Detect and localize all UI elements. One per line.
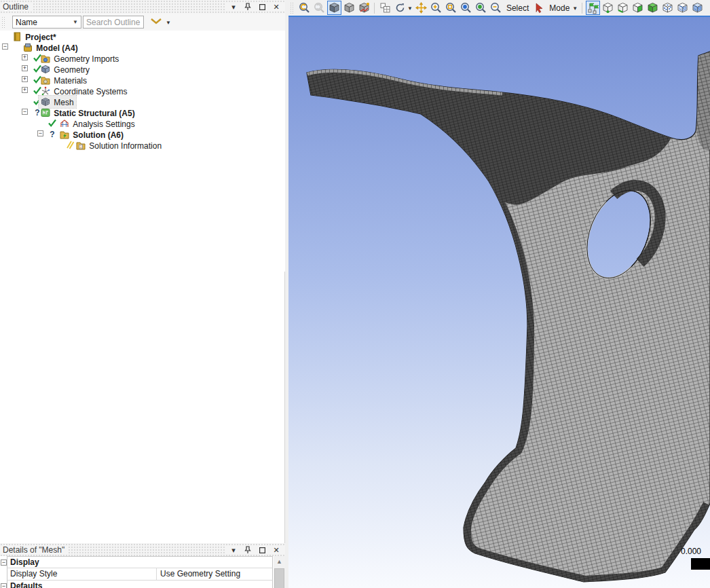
details-scrollbar[interactable]: ▲ (274, 556, 285, 588)
zoom-out-icon[interactable] (489, 1, 503, 15)
solution-information-icon: 1 (76, 141, 86, 150)
name-filter-value: Name (16, 18, 37, 27)
status-pencil-icon (65, 140, 75, 149)
toolbar-grip[interactable] (1, 16, 6, 29)
toolbar-separator (582, 3, 582, 14)
chevron-down-icon[interactable]: ▼ (407, 5, 413, 12)
box-zoom-icon[interactable] (444, 1, 458, 15)
model-icon (23, 43, 33, 52)
tree-item-solution-a6[interactable]: −? Solution (A6) (0, 128, 285, 139)
tree-item-label: Mesh (54, 98, 73, 107)
tree-expander-icon[interactable]: − (37, 130, 43, 136)
scale-ruler-label: 0.000 (681, 547, 701, 556)
scroll-up-icon[interactable]: ▲ (274, 556, 285, 567)
filter-edge-icon[interactable] (616, 1, 630, 15)
tree-item-label: Analysis Settings (73, 120, 134, 129)
filter-element-face-icon[interactable] (675, 1, 690, 15)
maximize-icon[interactable] (257, 545, 267, 555)
tree-expander-icon[interactable]: + (22, 65, 28, 71)
svg-text:1: 1 (79, 145, 81, 149)
tree-item-analysis-settings[interactable]: Analysis Settings (0, 117, 285, 128)
tree-item-label: Materials (54, 76, 87, 86)
details-table: − DisplayDisplay Style Use Geometry Sett… (0, 556, 285, 588)
details-section-defaults[interactable]: − Defaults (7, 581, 273, 588)
pin-icon[interactable] (243, 545, 253, 555)
property-value[interactable]: Use Geometry Setting (157, 568, 273, 580)
maximize-icon[interactable] (257, 2, 267, 12)
status-check-icon (48, 118, 57, 128)
filter-body-icon[interactable] (646, 1, 660, 15)
shaded-exterior-icon[interactable] (342, 1, 356, 15)
details-titlebar[interactable]: Details of "Mesh" ▾ ✕ (0, 543, 285, 557)
tree-expander-icon[interactable]: + (22, 76, 28, 82)
project-icon (12, 32, 22, 41)
zoom-back-icon[interactable] (297, 1, 312, 15)
tree-item-static-structural-a5[interactable]: −? Static Structural (A5) (0, 107, 285, 117)
zoom-in-icon[interactable] (429, 1, 443, 15)
graphics-toolbar: ▼ SelectMode▼ (288, 0, 710, 16)
toolbar-separator (374, 3, 375, 14)
pin-icon[interactable] (243, 2, 253, 12)
tree-expander-icon[interactable]: − (2, 43, 8, 50)
tree-expander-icon[interactable]: − (22, 109, 28, 115)
filter-node-icon[interactable] (660, 1, 675, 15)
tree-item-mesh[interactable]: Mesh (0, 96, 285, 107)
toolbar-grip[interactable] (290, 2, 295, 14)
tree-expander-icon[interactable]: + (22, 54, 28, 60)
solution-icon (60, 130, 69, 139)
tree-expander-icon[interactable]: + (22, 87, 28, 93)
mode-label[interactable]: Mode (546, 3, 572, 13)
tree-item-label: Coordinate Systems (54, 87, 127, 96)
tree-item-label: Model (A4) (36, 43, 77, 53)
analysis-settings-icon (60, 119, 69, 128)
static-structural-icon (41, 108, 50, 117)
chevron-down-icon[interactable]: ▼ (166, 20, 171, 26)
tree-item-geometry-imports[interactable]: + Geometry Imports (0, 52, 285, 63)
details-row-display-style[interactable]: Display Style Use Geometry Setting (7, 568, 273, 581)
viewports-icon[interactable] (378, 1, 392, 15)
project-tree: Project*− Model (A4)+ Geometry Imports+ … (0, 31, 285, 272)
model-canvas[interactable] (288, 17, 710, 588)
section-label: Defaults (7, 581, 273, 588)
select-cursor-icon[interactable] (532, 1, 546, 15)
tree-item-geometry[interactable]: + Geometry (0, 63, 285, 74)
details-title-text: Details of "Mesh" (0, 545, 69, 555)
shaded-exterior-edges-icon[interactable] (327, 1, 341, 15)
section-collapse-icon[interactable]: − (1, 559, 7, 566)
tree-item-model-a4[interactable]: − Model (A4) (0, 41, 285, 52)
chevron-down-icon[interactable]: ▼ (572, 5, 578, 12)
tree-item-label: Project* (25, 33, 56, 42)
details-panel: Details of "Mesh" ▾ ✕ − DisplayDisplay S… (0, 272, 285, 588)
geometry-imports-icon (41, 54, 50, 63)
tree-item-solution-information[interactable]: 1 Solution Information (0, 139, 285, 150)
tree-item-materials[interactable]: + Materials (0, 74, 285, 85)
outline-toolbar: Name ▼ ▼ (0, 14, 285, 31)
zoom-forward-icon[interactable] (312, 1, 326, 15)
filter-element-icon[interactable] (690, 1, 705, 15)
search-input[interactable] (83, 16, 144, 29)
tree-item-coordinate-systems[interactable]: + Coordinate Systems (0, 85, 285, 96)
filter-face-icon[interactable] (631, 1, 645, 15)
scrollbar-thumb[interactable] (274, 568, 284, 588)
close-icon[interactable]: ✕ (272, 2, 281, 12)
magnify-icon[interactable] (474, 1, 488, 15)
panel-menu-icon[interactable]: ▾ (229, 2, 238, 12)
property-label[interactable]: Display Style (7, 568, 157, 580)
panel-menu-icon[interactable]: ▾ (229, 545, 238, 555)
outline-titlebar[interactable]: Outline ▾ ✕ (0, 0, 285, 14)
select-label[interactable]: Select (504, 3, 531, 13)
name-filter-combo[interactable]: Name ▼ (12, 16, 81, 29)
close-icon[interactable]: ✕ (272, 545, 281, 555)
expand-collapse-icon[interactable] (149, 16, 163, 28)
status-question-icon: ? (48, 129, 57, 139)
coordinate-systems-icon (41, 86, 50, 96)
tree-item-project[interactable]: Project* (0, 31, 285, 41)
filter-vertex-icon[interactable] (601, 1, 615, 15)
pan-icon[interactable] (414, 1, 428, 15)
section-collapse-icon[interactable]: − (1, 583, 7, 588)
rotate-icon[interactable] (393, 1, 407, 15)
graphics-annotate-icon[interactable] (357, 1, 371, 15)
zoom-fit-icon[interactable] (459, 1, 473, 15)
details-section-display[interactable]: − Display (7, 556, 273, 568)
select-flags-icon[interactable] (586, 1, 600, 15)
